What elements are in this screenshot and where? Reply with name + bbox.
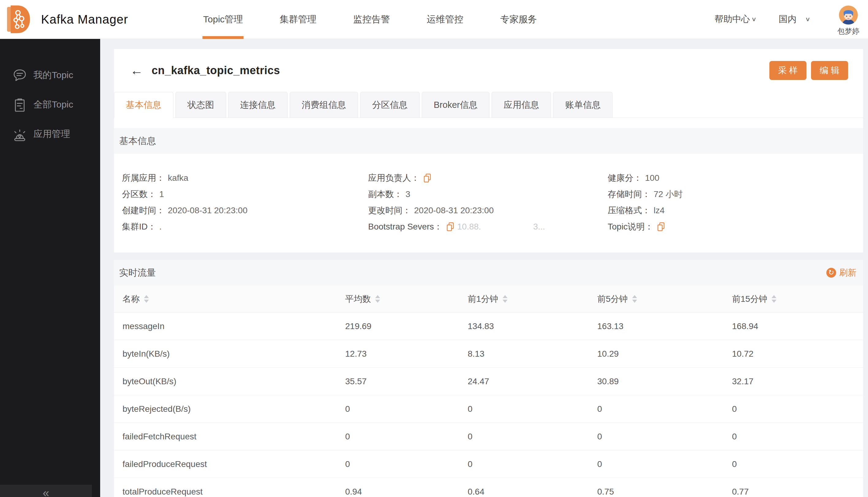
sidebar-item-app-management[interactable]: 应用管理 (0, 119, 100, 148)
refresh-icon: ↻ (826, 268, 836, 278)
tab-app-info[interactable]: 应用信息 (492, 92, 551, 118)
sidebar-collapse-button[interactable]: « (0, 485, 92, 497)
tab-basic-info[interactable]: 基本信息 (114, 92, 173, 118)
tab-status-chart[interactable]: 状态图 (175, 92, 226, 118)
realtime-traffic-card: 实时流量 ↻ 刷新 名称 平均数 前1分钟 (114, 260, 863, 497)
nav-topic-management[interactable]: Topic管理 (185, 0, 261, 39)
table-row: failedProduceRequest 0 0 0 0 (114, 451, 863, 478)
column-header-last-5min[interactable]: 前5分钟 (597, 293, 732, 305)
nav-ops-control[interactable]: 运维管控 (408, 0, 482, 39)
table-row: totalProduceRequest 0.94 0.64 0.75 0.77 (114, 478, 863, 497)
tab-consumer-group-info[interactable]: 消费组信息 (290, 92, 358, 118)
user-profile[interactable]: 包梦婷 (837, 5, 859, 36)
field-owner-app: 所属应用： kafka (122, 172, 368, 184)
topic-detail-card: ← cn_kafka_topic_metrics 采 样 编 辑 基本信息 状态… (114, 49, 863, 253)
kafka-manager-logo-icon (6, 4, 31, 34)
collapse-icon: « (43, 490, 49, 496)
nav-cluster-management[interactable]: 集群管理 (261, 0, 335, 39)
field-replica-count: 副本数： 3 (368, 188, 608, 200)
back-button[interactable]: ← (130, 64, 143, 77)
column-header-average[interactable]: 平均数 (345, 293, 468, 305)
copy-icon[interactable] (423, 173, 431, 183)
chevron-down-icon: ∨ (751, 16, 757, 23)
tab-partition-info[interactable]: 分区信息 (360, 92, 420, 118)
title-row: ← cn_kafka_topic_metrics 采 样 编 辑 (114, 49, 863, 92)
avatar (839, 5, 858, 25)
field-health-score: 健康分： 100 (608, 172, 863, 184)
column-header-last-15min[interactable]: 前15分钟 (732, 293, 863, 305)
sort-icon (632, 295, 637, 303)
clipboard-icon (13, 98, 27, 112)
navbar-right: 帮助中心 ∨ 国内 ∨ (714, 2, 859, 36)
sort-icon (503, 295, 507, 303)
table-row: byteIn(KB/s) 12.73 8.13 10.29 10.72 (114, 340, 863, 368)
sort-icon (375, 295, 380, 303)
field-app-owner: 应用负责人： (368, 172, 608, 184)
table-row: byteOut(KB/s) 35.57 24.47 30.89 32.17 (114, 368, 863, 395)
tab-broker-info[interactable]: Broker信息 (422, 92, 489, 118)
refresh-button[interactable]: ↻ 刷新 (826, 267, 856, 279)
sidebar-item-my-topic[interactable]: 我的Topic (0, 60, 100, 90)
sample-button[interactable]: 采 样 (769, 61, 807, 80)
column-header-name[interactable]: 名称 (122, 293, 345, 305)
copy-icon[interactable] (446, 222, 454, 231)
sidebar-item-all-topic[interactable]: 全部Topic (0, 90, 100, 119)
chat-bubble-icon (13, 68, 27, 82)
field-retention-time: 存储时间： 72 小时 (608, 188, 863, 200)
traffic-section-header: 实时流量 ↻ 刷新 (114, 260, 863, 286)
field-compression-format: 压缩格式： lz4 (608, 205, 863, 216)
field-cluster-id: 集群ID： . (122, 221, 368, 232)
alarm-siren-icon (13, 127, 27, 141)
table-header: 名称 平均数 前1分钟 前5分钟 前15分钟 (114, 286, 863, 313)
sort-icon (144, 295, 149, 303)
table-row: messageIn 219.69 134.83 163.13 168.94 (114, 313, 863, 340)
field-partition-count: 分区数： 1 (122, 188, 368, 200)
top-navbar: Kafka Manager Topic管理 集群管理 监控告警 运维管控 专家服… (0, 0, 868, 39)
app-title: Kafka Manager (41, 13, 128, 26)
region-menu[interactable]: 国内 ∨ (779, 13, 810, 26)
detail-tabs: 基本信息 状态图 连接信息 消费组信息 分区信息 Broker信息 应用信息 账… (114, 92, 863, 118)
table-row: failedFetchRequest 0 0 0 0 (114, 423, 863, 451)
nav-monitoring-alerts[interactable]: 监控告警 (335, 0, 408, 39)
sidebar: 我的Topic 全部Topic 应用管理 (0, 39, 100, 497)
nav-expert-services[interactable]: 专家服务 (482, 0, 555, 39)
basic-info-fields: 所属应用： kafka 应用负责人： 健康分： 100 分区数： (114, 154, 863, 253)
edit-button[interactable]: 编 辑 (811, 61, 848, 80)
table-row: byteRejected(B/s) 0 0 0 0 (114, 395, 863, 423)
copy-icon[interactable] (657, 222, 665, 231)
basic-info-section-header: 基本信息 (114, 128, 863, 154)
chevron-down-icon: ∨ (805, 16, 810, 23)
title-actions: 采 样 编 辑 (769, 61, 848, 80)
field-topic-description: Topic说明： (608, 221, 863, 232)
field-bootstrap-servers: Bootstrap Severs： 10.88. 3... (368, 221, 608, 232)
tab-billing-info[interactable]: 账单信息 (553, 92, 612, 118)
top-nav: Topic管理 集群管理 监控告警 运维管控 专家服务 (185, 0, 555, 39)
main-content: ← cn_kafka_topic_metrics 采 样 编 辑 基本信息 状态… (100, 39, 868, 497)
username: 包梦婷 (837, 26, 859, 36)
page-title: cn_kafka_topic_metrics (151, 64, 280, 77)
field-update-time: 更改时间： 2020-08-31 20:23:00 (368, 205, 608, 216)
column-header-last-1min[interactable]: 前1分钟 (468, 293, 597, 305)
sort-icon (771, 295, 777, 303)
brand: Kafka Manager (6, 4, 128, 34)
field-create-time: 创建时间： 2020-08-31 20:23:00 (122, 205, 368, 216)
help-center-menu[interactable]: 帮助中心 ∨ (714, 13, 757, 26)
tab-connection-info[interactable]: 连接信息 (228, 92, 288, 118)
